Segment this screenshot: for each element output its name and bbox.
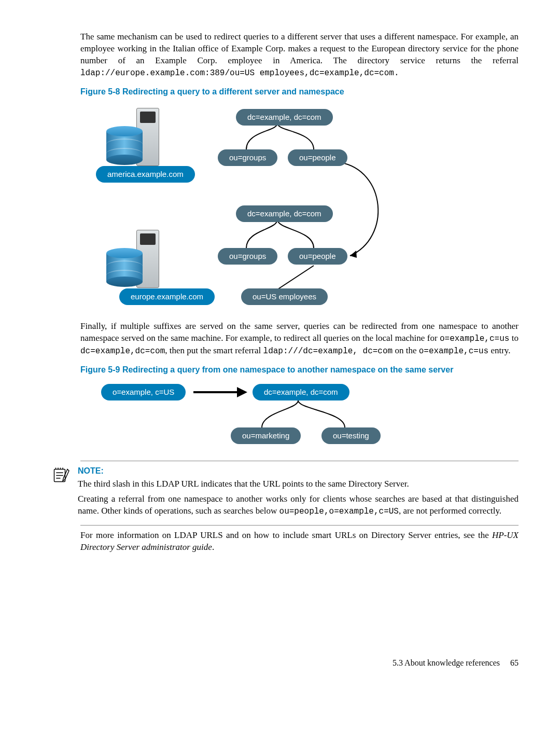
server-icon-europe [106,230,169,292]
note-rule-bottom [80,525,519,526]
svg-marker-0 [350,251,357,258]
closing-paragraph: For more information on LDAP URLS and on… [80,530,519,554]
node-dc-example-com-3: dc=example, dc=com [253,384,349,400]
closing-a: For more information on LDAP URLS and on… [80,530,492,540]
para1-text: The same mechanism can be used to redire… [80,32,519,65]
figure-5-8-caption: Figure 5-8 Redirecting a query to a diff… [80,86,519,98]
server-icon-america [106,108,169,170]
node-ou-us-employees: ou=US employees [241,288,328,305]
note-icon [52,465,78,488]
node-dc-example-com-1: dc=example, dc=com [236,109,333,126]
figure-5-9-caption: Figure 5-9 Redirecting a query from one … [80,364,519,376]
paragraph-2: Finally, if multiple suffixes are served… [80,321,519,357]
figure-5-9-diagram: o=example, c=US dc=example, dc=com ou=ma… [91,381,423,453]
note-p2: Creating a referral from one namespace t… [78,493,519,518]
note-p1: The third slash in this LDAP URL indicat… [78,478,519,490]
para2-b: to [509,333,519,343]
footer-section: 5.3 About knowledge references [393,658,500,667]
closing-b: . [212,542,214,552]
paragraph-1: The same mechanism can be used to redire… [80,31,519,79]
server-label-america: america.example.com [96,166,195,183]
svg-marker-2 [237,387,247,397]
para2-e: entry. [488,346,510,355]
note-p2b: , are not performed correctly. [399,506,501,516]
node-ou-testing: ou=testing [321,427,381,444]
footer-page-number: 65 [510,658,519,667]
note-p2-code: ou=people,o=example,c=US [279,507,399,516]
node-ou-groups-1: ou=groups [218,149,277,166]
note-block: NOTE: The third slash in this LDAP URL i… [41,461,519,526]
ldap-url-1: ldap://europe.example.com:389/ou=US empl… [80,68,399,78]
node-ou-people-2: ou=people [288,248,347,265]
para2-code3: ldap:///dc=example, dc=com [263,347,393,356]
para2-c: , then put the smart referral [165,346,263,355]
node-o-example-c-us: o=example, c=US [101,384,186,400]
node-ou-people-1: ou=people [288,149,347,166]
figure-5-8-diagram: dc=example, dc=com ou=groups ou=people a… [91,103,412,321]
node-ou-marketing: ou=marketing [231,427,301,444]
para2-code4: o=example,c=us [419,347,488,356]
para2-d: on the [393,346,419,355]
para2-code2: dc=example,dc=com [80,347,165,356]
page-content: The same mechanism can be used to redire… [80,31,519,453]
note-title: NOTE: [78,465,519,477]
server-label-europe: europe.example.com [119,288,215,305]
note-rule-top [80,461,519,461]
node-dc-example-com-2: dc=example, dc=com [236,205,333,222]
node-ou-groups-2: ou=groups [218,248,277,265]
page-footer: 5.3 About knowledge references 65 [41,657,519,669]
para2-code1: o=example,c=us [440,334,509,343]
